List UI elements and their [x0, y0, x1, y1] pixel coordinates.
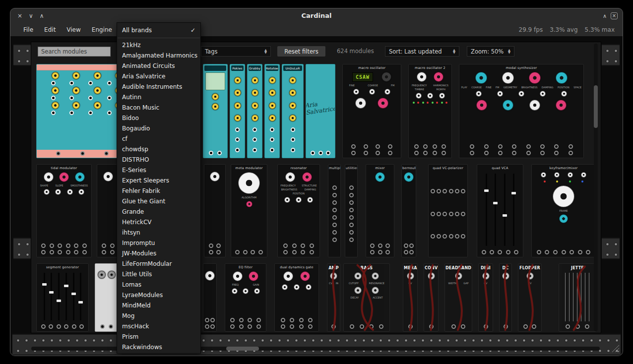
brand-menu-item[interactable]: LifeFormModular	[117, 259, 200, 269]
menu-view[interactable]: View	[66, 26, 80, 33]
module-label: CUTOFF	[349, 282, 359, 285]
brand-menu-item[interactable]: Prism	[117, 332, 200, 342]
zoom-select[interactable]: Zoom: 50%	[467, 46, 514, 57]
knob	[434, 72, 443, 82]
brand-menu-item[interactable]: Expert Sleepers	[117, 176, 200, 186]
module-conv[interactable]: CONV	[424, 263, 439, 332]
jack	[51, 96, 56, 100]
module-rotatoes[interactable]: Rotatoes	[264, 64, 280, 158]
vertical-scrollbar-thumb[interactable]	[594, 85, 598, 128]
module-panel[interactable]	[203, 64, 228, 158]
module-digi[interactable]: DIGICV	[478, 263, 493, 332]
brand-menu-item[interactable]: chowdsp	[117, 144, 200, 155]
module-dc[interactable]: DC	[499, 263, 512, 332]
module-mera[interactable]: MERACV	[403, 263, 418, 332]
module-deadband[interactable]: DEADBANDWIDTHGAP	[444, 263, 472, 332]
module-flopper[interactable]: FLOPPERCV	[518, 263, 542, 332]
brand-menu-item[interactable]: Rackwindows	[117, 342, 200, 353]
brand-menu-item[interactable]: Impromptu	[117, 238, 200, 248]
knob	[284, 197, 290, 203]
brand-menu-item[interactable]: Bogaudio	[117, 123, 200, 134]
module-undular[interactable]: UnDuLaR	[282, 64, 304, 158]
module-pokies[interactable]: Pokies	[230, 64, 245, 158]
menu-engine[interactable]: Engine	[92, 26, 112, 33]
brand-menu-item[interactable]: mscHack	[117, 321, 200, 332]
module-label: STRUCTURE	[302, 184, 316, 187]
brand-menu-item[interactable]: Mog	[117, 311, 200, 321]
brand-menu-item[interactable]: JW-Modules	[117, 248, 200, 259]
brand-menu-item[interactable]: Little Utils	[117, 269, 200, 280]
brand-menu-item[interactable]: cf	[117, 134, 200, 144]
rack-rail	[602, 44, 620, 66]
brand-menu-item[interactable]: ihtsyn	[117, 228, 200, 238]
brand-menu-item[interactable]: DISTRHO	[117, 155, 200, 165]
brand-menu-item[interactable]: E-Series	[117, 165, 200, 176]
brand-menu-item[interactable]: Lomas	[117, 280, 200, 290]
module-resonator[interactable]: resonatorFREQUENCYSTRUCTUREBRIGHTNESSDAM…	[277, 164, 320, 257]
brand-menu-item[interactable]: Amalgamated Harmonics	[117, 51, 200, 61]
module-keyframer-mixer[interactable]: keyframer/mixerFRAME	[531, 164, 596, 257]
close-icon[interactable]: ×	[17, 12, 22, 19]
module-macro-oscillator[interactable]: macro oscillatorCSAWFINECOARSEFM	[342, 64, 401, 158]
brand-menu-item[interactable]: Audible Instruments	[117, 82, 200, 92]
module-jette[interactable]: JETTE	[559, 263, 596, 332]
brand-menu-item[interactable]: MindMeld	[117, 301, 200, 311]
jack	[350, 324, 354, 329]
brand-menu-item[interactable]: Autinn	[117, 92, 200, 103]
collapse-icon[interactable]: ∧	[603, 13, 607, 19]
module-title: segment generator	[37, 264, 88, 270]
maximize-icon[interactable]: ∧	[40, 12, 44, 19]
module-bernoulli-gate[interactable]: bernoulli gate	[401, 164, 416, 257]
brand-menu-selected-item[interactable]: All brands ✓	[117, 23, 200, 38]
module-amp[interactable]: AMPCVIN	[327, 263, 340, 332]
search-input[interactable]	[38, 47, 111, 57]
module-mixer[interactable]: mixer	[366, 164, 394, 257]
module-panel[interactable]: Aria Salvatrice	[306, 64, 335, 158]
module-panel[interactable]	[95, 263, 119, 332]
brand-menu-item[interactable]: HetrickCV	[117, 217, 200, 228]
brand-menu-item[interactable]: Bacon Music	[117, 103, 200, 113]
tags-select[interactable]: Tags	[201, 46, 271, 57]
module-panel[interactable]	[204, 164, 226, 257]
jack	[248, 324, 252, 329]
vertical-scrollbar[interactable]	[594, 44, 598, 331]
module-grabby[interactable]: Grabby	[247, 64, 262, 158]
jack	[431, 212, 435, 216]
rack-rail	[13, 238, 31, 259]
module-dual-dynamics-gate[interactable]: dual dynamics gate	[274, 263, 319, 332]
module-eq-filter[interactable]: EQ filterFREQGAIN	[225, 263, 266, 332]
brand-menu-item[interactable]: Aria Salvatrice	[117, 71, 200, 82]
close-box-icon[interactable]: ×	[611, 12, 618, 19]
menu-edit[interactable]: Edit	[44, 26, 56, 33]
module-tidal-modulator[interactable]: tidal modulatorSHAPESLOPESMOOTHNESS	[36, 164, 92, 257]
module-quad-vca[interactable]: quad VCA	[477, 164, 523, 257]
module-bass[interactable]: BASSCUTOFFRESONANCEDECAYACCENT	[343, 263, 390, 332]
knob	[404, 172, 414, 182]
brand-menu-item[interactable]: Bidoo	[117, 113, 200, 123]
module-quad-vc-polarizer[interactable]: quad VC-polarizer	[428, 164, 468, 257]
sort-select[interactable]: Sort: Last updated	[385, 46, 459, 57]
knob	[529, 72, 541, 84]
jack	[248, 318, 252, 322]
brand-menu-item[interactable]: LyraeModules	[117, 290, 200, 301]
horizontal-scrollbar-thumb[interactable]	[226, 347, 259, 351]
module-modal-synthesizer[interactable]: modal synthesizerPLAYCOARSEFINEFMGEOMETR…	[459, 64, 584, 158]
module-panel[interactable]	[203, 263, 217, 332]
brand-menu-item[interactable]: 21kHz	[117, 40, 200, 51]
module-macro-oscillator-2[interactable]: macro oscillator 2FREQUENCYHARMONICSTIMB…	[408, 64, 452, 158]
module-segment-generator[interactable]: segment generator	[36, 263, 89, 332]
reset-filters-button[interactable]: Reset filters	[277, 46, 325, 57]
minimize-icon[interactable]: ∨	[29, 12, 33, 19]
brand-menu-item[interactable]: Animated Circuits	[117, 61, 200, 71]
module-meta-modulator[interactable]: meta modulatorALGORITHM	[231, 164, 267, 257]
jack	[554, 144, 559, 149]
module-multiples[interactable]: multiples	[328, 164, 341, 257]
brand-menu-item[interactable]: Glue the Giant	[117, 196, 200, 207]
knob	[289, 102, 296, 109]
jack	[290, 324, 294, 329]
module-utilities[interactable]: utilities	[345, 164, 358, 257]
brand-menu-item[interactable]: Grande	[117, 207, 200, 217]
brand-menu-item[interactable]: Fehler Fabrik	[117, 186, 200, 196]
updown-arrows-icon	[508, 49, 510, 54]
menu-file[interactable]: File	[23, 26, 33, 33]
